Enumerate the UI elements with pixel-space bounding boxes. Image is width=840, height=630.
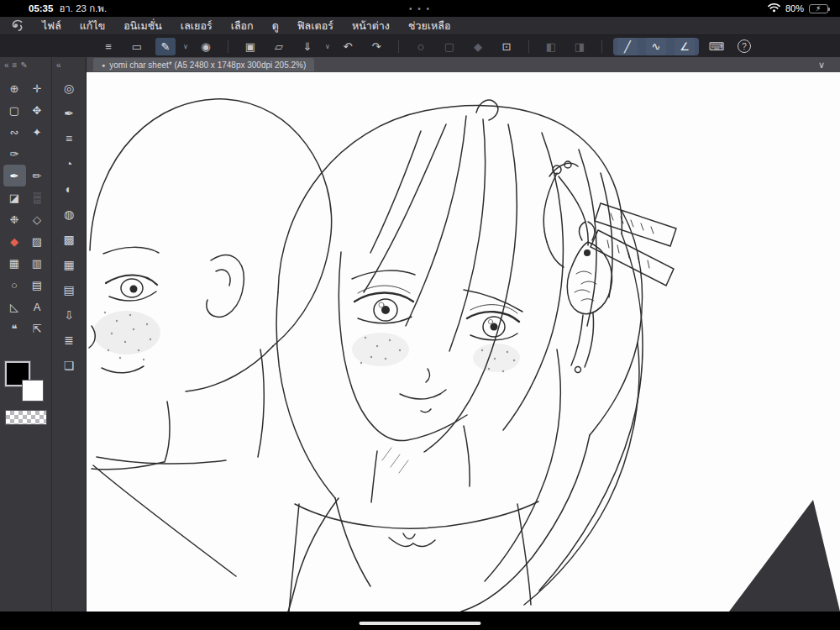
undo-button[interactable]: ↶: [338, 38, 358, 55]
polyline-button[interactable]: ∠: [675, 38, 695, 55]
line-tool-group: ╱∿∠: [613, 38, 699, 55]
tool-property-panel[interactable]: ≡: [56, 126, 81, 151]
redo-button[interactable]: ↷: [366, 38, 386, 55]
canvas[interactable]: [87, 72, 840, 612]
home-indicator[interactable]: [360, 622, 481, 626]
menu-animation[interactable]: อนิเมชั่น: [114, 17, 171, 35]
pen-tool[interactable]: ✒: [3, 165, 26, 186]
ruler-tool[interactable]: ◺: [3, 296, 26, 318]
status-date: อา. 23 ก.พ.: [59, 1, 107, 16]
brush-settings-expand[interactable]: ∨: [181, 38, 191, 55]
layer-property-panel[interactable]: ≣: [56, 328, 81, 353]
clock: 05:35: [29, 3, 53, 13]
collapse-palette-button[interactable]: «: [56, 60, 61, 70]
save-expand[interactable]: ∨: [323, 38, 333, 55]
battery-percent: 80%: [785, 3, 804, 13]
lasso-tool[interactable]: ∾: [3, 121, 26, 143]
status-bar: 05:35 อา. 23 ก.พ. • • • 80% ⚡: [0, 0, 840, 17]
download-panel[interactable]: ⇩: [56, 302, 81, 328]
table-tool[interactable]: ▤: [26, 274, 49, 296]
eyedropper-tool[interactable]: ✑: [3, 143, 26, 165]
command-toolbar: ≡▭✎∨◉▣▱⇓∨↶↷◌▢◆⊡◧◨╱∿∠⌨?: [0, 35, 840, 57]
menu-view[interactable]: ดู: [263, 17, 288, 35]
color-set-panel[interactable]: ▩: [56, 227, 81, 252]
brush-settings-button[interactable]: ✎: [155, 38, 176, 55]
menu-edit[interactable]: แก้ไข: [71, 17, 114, 35]
material-panel[interactable]: ▦: [56, 252, 81, 277]
soft-eraser-tool[interactable]: ◇: [26, 208, 49, 230]
main-menu-button[interactable]: ≡: [98, 38, 118, 55]
menu-help[interactable]: ช่วยเหลือ: [399, 17, 460, 35]
document-tab[interactable]: ● yomi char sheet* (A5 2480 x 1748px 300…: [93, 58, 314, 71]
home-bar: [0, 612, 840, 630]
auto-select-tool[interactable]: ✦: [26, 121, 49, 143]
document-tab-bar: ● yomi char sheet* (A5 2480 x 1748px 300…: [87, 57, 840, 72]
airbrush-tool[interactable]: ░: [26, 186, 49, 208]
collapse-tools-button[interactable]: «: [4, 60, 9, 70]
open-file-button[interactable]: ▱: [269, 38, 289, 55]
keyboard-button[interactable]: ⌨: [706, 38, 727, 55]
background-color-swatch[interactable]: [22, 380, 44, 402]
help-button[interactable]: ?: [738, 39, 751, 53]
clip-studio-logo-icon[interactable]: [10, 19, 24, 32]
invert-selection-button[interactable]: ◆: [468, 38, 488, 55]
brush-size-panel[interactable]: ◔: [56, 151, 81, 176]
clip-at-layer-button[interactable]: ◨: [570, 38, 590, 55]
quick-access-panel[interactable]: ◎: [56, 76, 81, 101]
save-file-button[interactable]: ⇓: [297, 38, 318, 55]
tab-list-chevron-icon[interactable]: ∨: [818, 60, 825, 71]
toolbar-separator: [228, 40, 228, 53]
grid-tool[interactable]: ▦: [3, 252, 26, 274]
color-mixing-panel[interactable]: ◐: [56, 176, 81, 202]
toolbar-separator: [528, 40, 529, 53]
balloon-tool[interactable]: ❝: [3, 318, 26, 339]
color-wheel-panel[interactable]: ◍: [56, 202, 81, 227]
menu-select[interactable]: เลือก: [222, 17, 263, 35]
menu-filter[interactable]: ฟิลเตอร์: [288, 17, 343, 35]
zoom-tool[interactable]: ⊕: [3, 77, 26, 99]
move-tool[interactable]: ✛: [26, 77, 49, 99]
curve-line-button[interactable]: ∿: [646, 38, 666, 55]
canvas-corner: [729, 500, 840, 612]
reselect-button[interactable]: ▢: [439, 38, 459, 55]
text-tool[interactable]: A: [26, 296, 49, 318]
blank-cell[interactable]: [26, 143, 49, 165]
canvas-display-button[interactable]: ▭: [127, 38, 147, 55]
tool-list-icon[interactable]: ≡: [13, 60, 18, 70]
line-tool[interactable]: ⇱: [26, 318, 49, 339]
decoration-tool[interactable]: ❉: [3, 208, 26, 230]
tool-panel: «≡✎ ⊕✛▢✥∾✦✑✒✏◪░❉◇◆▨▦▥○▤◺A❝⇱ « ◎✒≡◔◐◍▩▦▤⇩…: [0, 57, 87, 612]
layer-panel[interactable]: ❏: [56, 353, 81, 378]
canvas-artwork: [87, 72, 840, 612]
current-pen-icon[interactable]: ✎: [20, 60, 27, 70]
color-swatch-area: [5, 361, 50, 454]
frame-border-tool[interactable]: ▥: [26, 252, 49, 274]
palette-strip: « ◎✒≡◔◐◍▩▦▤⇩≣❏: [52, 57, 86, 612]
document-title: yomi char sheet* (A5 2480 x 1748px 300dp…: [109, 60, 306, 70]
toolbar-separator: [398, 40, 399, 53]
menu-file[interactable]: ไฟล์: [33, 17, 71, 35]
pencil-tool[interactable]: ✏: [26, 165, 49, 186]
operation-tool[interactable]: ▢: [3, 99, 26, 121]
layer-mask-button[interactable]: ◧: [541, 38, 561, 55]
eraser-tool[interactable]: ◪: [3, 186, 26, 208]
charging-bolt-icon: ⚡: [816, 4, 821, 13]
unsaved-dot-icon: ●: [102, 62, 105, 68]
gradient-tool[interactable]: ▨: [26, 230, 49, 252]
crop-button[interactable]: ⊡: [496, 38, 517, 55]
fill-tool[interactable]: ◆: [3, 230, 26, 252]
sub-tool-panel[interactable]: ✒: [56, 101, 81, 126]
transparent-color-swatch[interactable]: [5, 410, 47, 425]
menu-bar: ไฟล์แก้ไขอนิเมชั่นเลเยอร์เลือกดูฟิลเตอร์…: [0, 17, 840, 35]
figure-tool[interactable]: ○: [3, 274, 26, 296]
timeline-panel[interactable]: ▤: [56, 277, 81, 302]
material-button[interactable]: ◉: [196, 38, 216, 55]
new-canvas-button[interactable]: ▣: [240, 38, 260, 55]
wifi-icon: [768, 3, 780, 14]
menu-window[interactable]: หน้าต่าง: [343, 17, 399, 35]
toolbar-separator: [601, 40, 602, 53]
menu-layer[interactable]: เลเยอร์: [171, 17, 222, 35]
straight-line-button[interactable]: ╱: [617, 38, 638, 55]
deselect-button[interactable]: ◌: [411, 38, 431, 55]
hand-tool[interactable]: ✥: [26, 99, 49, 121]
